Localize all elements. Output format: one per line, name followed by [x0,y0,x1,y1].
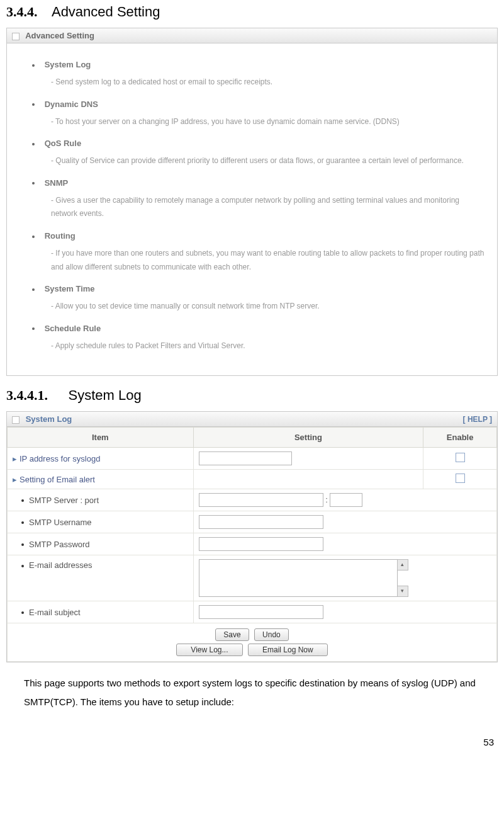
view-log-button[interactable]: View Log... [176,644,242,656]
row-label: E-mail addresses [29,560,92,570]
save-button[interactable]: Save [215,628,249,641]
colon-label: : [325,495,330,504]
table-row: ▸IP address for syslogd [8,448,497,470]
panel-header: Advanced Setting [7,28,497,43]
bullet-icon [21,499,24,502]
bullet-icon [21,565,24,567]
table-row: SMTP Username [8,511,497,533]
section-number: 3.4.4. [6,4,38,20]
triangle-icon: ▸ [13,454,17,463]
item-title[interactable]: Dynamic DNS [45,99,98,109]
row-label: IP address for syslogd [20,454,100,463]
undo-button[interactable]: Undo [254,628,289,641]
page-number: 53 [6,737,498,747]
item-desc: - Apply schedule rules to Packet Filters… [51,339,484,353]
bullet-icon [32,143,35,145]
item-desc: - To host your server on a changing IP a… [51,115,484,129]
list-item: Dynamic DNS - To host your server on a c… [32,99,484,129]
smtp-username-input[interactable] [199,515,323,529]
table-row: ▸Setting of Email alert [8,470,497,489]
system-log-panel: System Log [ HELP ] Item Setting Enable … [6,411,498,662]
bullet-icon [21,611,24,614]
panel-title: System Log [26,414,72,424]
smtp-password-input[interactable] [199,537,323,551]
item-title[interactable]: System Log [45,60,91,69]
list-item: Schedule Rule - Apply schedule rules to … [32,324,484,353]
item-title[interactable]: QoS Rule [45,139,82,148]
bullet-icon [32,103,35,106]
bullet-icon [32,64,35,67]
advanced-setting-panel: Advanced Setting System Log - Send syste… [6,28,498,376]
panel-title: Advanced Setting [25,31,94,40]
list-item: System Log - Send system log to a dedica… [32,60,484,89]
section-heading-2: 3.4.4.1. System Log [6,387,498,404]
item-title[interactable]: SNMP [45,178,69,188]
row-label: SMTP Password [29,540,90,549]
button-row: Save Undo View Log... Email Log Now [7,623,497,662]
section-title: System Log [68,387,141,403]
bullet-icon [21,543,24,546]
section-number: 3.4.4.1. [6,387,48,403]
item-desc: - If you have more than one routers and … [51,247,484,274]
item-title[interactable]: Schedule Rule [45,324,101,333]
expand-icon[interactable] [12,33,20,40]
email-enable-checkbox[interactable] [456,474,465,483]
row-label: E-mail subject [29,608,81,617]
list-item: System Time - Allow you to set device ti… [32,284,484,314]
item-desc: - Quality of Service can provide differe… [51,154,484,168]
table-row: E-mail addresses ▴ ▾ [8,555,497,601]
help-link[interactable]: [ HELP ] [463,415,492,424]
section-title: Advanced Setting [52,4,160,20]
section-heading-1: 3.4.4. Advanced Setting [6,4,498,20]
table-row: E-mail subject [8,601,497,623]
list-item: Routing - If you have more than one rout… [32,231,484,274]
table-row: SMTP Server : port : [8,489,497,511]
scroll-down-icon[interactable]: ▾ [397,586,408,597]
col-enable: Enable [423,428,497,448]
triangle-icon: ▸ [13,475,17,484]
bullet-icon [32,236,35,238]
scroll-up-icon[interactable]: ▴ [397,559,408,570]
item-title[interactable]: Routing [45,231,76,241]
ip-enable-checkbox[interactable] [456,453,465,462]
email-log-now-button[interactable]: Email Log Now [248,644,328,656]
list-item: QoS Rule - Quality of Service can provid… [32,139,484,168]
row-label: Setting of Email alert [20,475,95,484]
table-row: SMTP Password [8,533,497,555]
panel-body: System Log - Send system log to a dedica… [7,43,497,375]
bullet-icon [32,327,35,330]
bullet-icon [32,182,35,184]
item-title[interactable]: System Time [45,284,95,293]
row-label: SMTP Server : port [29,496,99,505]
body-paragraph: This page supports two methods to export… [24,674,480,712]
smtp-port-input[interactable] [330,493,362,507]
panel-header: System Log [ HELP ] [7,412,497,427]
system-log-table: Item Setting Enable ▸IP address for sysl… [7,427,497,623]
row-label: SMTP Username [29,518,91,527]
bullet-icon [21,521,24,524]
smtp-server-input[interactable] [199,493,323,507]
email-addresses-input[interactable] [199,559,398,597]
list-item: SNMP - Gives a user the capability to re… [32,178,484,221]
item-desc: - Gives a user the capability to remotel… [51,194,484,221]
email-subject-input[interactable] [199,605,323,619]
expand-icon[interactable] [12,416,20,424]
col-setting: Setting [193,428,423,448]
item-desc: - Send system log to a dedicated host or… [51,76,484,89]
bullet-icon [32,288,35,291]
item-desc: - Allow you to set device time manually … [51,300,484,314]
col-item: Item [8,428,194,448]
ip-syslogd-input[interactable] [199,451,292,465]
